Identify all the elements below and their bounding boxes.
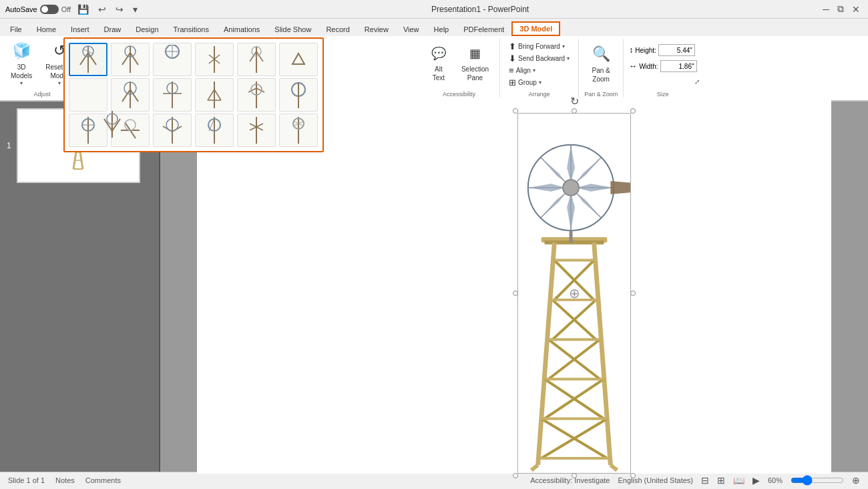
tab-3d-model[interactable]: 3D Model <box>511 21 560 36</box>
arrange-label: Arrange <box>529 90 550 98</box>
handle-mr[interactable] <box>630 291 636 296</box>
status-right: Accessibility: Investigate English (Unit… <box>530 475 860 486</box>
status-left: Slide 1 of 1 Notes Comments <box>8 476 121 484</box>
tab-transitions[interactable]: Transitions <box>166 22 216 36</box>
accessibility-label: Accessibility <box>443 90 475 98</box>
close-icon[interactable]: ✕ <box>849 3 863 16</box>
view-thumb-10[interactable] <box>237 78 276 112</box>
autosave-pill[interactable] <box>40 5 59 14</box>
tab-draw[interactable]: Draw <box>97 22 129 36</box>
tab-review[interactable]: Review <box>357 22 396 36</box>
align-button[interactable]: ≡ Align ▾ <box>505 65 573 76</box>
title-bar-left: AutoSave Off 💾 ↩ ↪ ▾ <box>5 3 140 16</box>
svg-line-26 <box>122 90 130 102</box>
bring-forward-icon: ⬆ <box>509 41 516 51</box>
tab-slide-show[interactable]: Slide Show <box>267 22 318 36</box>
view-thumb-4[interactable] <box>237 43 276 76</box>
svg-line-81 <box>538 242 555 465</box>
view-thumb-17[interactable] <box>279 114 318 147</box>
svg-line-37 <box>248 88 256 92</box>
fit-slide-icon[interactable]: ⊕ <box>852 475 860 486</box>
group-arrow: ▾ <box>539 79 541 86</box>
3d-models-button[interactable]: 🧊 3DModels ▾ <box>5 40 37 88</box>
tab-home[interactable]: Home <box>29 22 63 36</box>
view-thumb-5[interactable] <box>279 43 318 76</box>
3d-views-dropdown <box>63 37 324 152</box>
redo-icon[interactable]: ↪ <box>113 3 126 16</box>
svg-line-99 <box>531 465 538 470</box>
slide-sorter-icon[interactable]: ⊞ <box>717 475 725 486</box>
ribbon-tabs: File Home Insert Draw Design Transitions… <box>0 19 868 36</box>
slide-number: 1 <box>7 141 11 150</box>
save-icon[interactable]: 💾 <box>75 3 91 16</box>
slide-main[interactable]: ↻ ⊕ <box>197 100 831 474</box>
comments-btn[interactable]: Comments <box>85 476 121 484</box>
svg-line-33 <box>208 90 214 100</box>
reset-3d-arrow: ▾ <box>58 80 61 87</box>
group-pan-zoom: 🔍 Pan &Zoom Pan & Zoom <box>579 39 624 98</box>
send-backward-button[interactable]: ⬇ Send Backward ▾ <box>505 53 573 64</box>
restore-icon[interactable]: ⧉ <box>835 2 847 16</box>
3d-models-icon: 🧊 <box>13 41 31 61</box>
pan-zoom-button[interactable]: 🔍 Pan &Zoom <box>586 40 616 88</box>
autosave-dot <box>41 6 48 13</box>
tab-insert[interactable]: Insert <box>63 22 97 36</box>
align-arrow: ▾ <box>533 67 535 73</box>
send-backward-icon: ⬇ <box>509 53 516 63</box>
group-arrange: ⬆ Bring Forward ▾ ⬇ Send Backward ▾ ≡ Al… <box>500 39 579 98</box>
view-thumb-0[interactable] <box>69 43 107 76</box>
width-row: ↔ Width: <box>629 60 696 72</box>
send-backward-arrow: ▾ <box>567 55 570 61</box>
handle-tr[interactable] <box>630 108 636 114</box>
view-thumb-7[interactable] <box>111 78 150 112</box>
title-bar-right: ─ ⧉ ✕ <box>820 2 863 16</box>
view-thumb-15[interactable] <box>195 114 234 147</box>
undo-icon[interactable]: ↩ <box>95 3 109 16</box>
autosave-toggle[interactable]: AutoSave Off <box>5 5 71 14</box>
view-thumb-1[interactable] <box>111 43 150 76</box>
size-expand-button[interactable]: ⤢ <box>694 78 700 86</box>
move-handle[interactable]: ⊕ <box>569 285 580 301</box>
group-button[interactable]: ⊞ Group ▾ <box>505 77 573 88</box>
view-thumb-2[interactable] <box>153 43 192 76</box>
tab-file[interactable]: File <box>3 22 29 36</box>
handle-tl[interactable] <box>513 108 518 114</box>
reading-view-icon[interactable]: 📖 <box>733 475 744 486</box>
alt-text-button[interactable]: 💬 AltText <box>424 40 453 88</box>
view-thumb-3[interactable] <box>195 43 234 76</box>
alt-text-icon: 💬 <box>431 46 446 61</box>
tab-view[interactable]: View <box>396 22 427 36</box>
height-input[interactable] <box>658 44 695 56</box>
tab-design[interactable]: Design <box>128 22 166 36</box>
view-thumb-9[interactable] <box>195 78 234 112</box>
accessibility-content: 💬 AltText ▦ SelectionPane <box>424 39 494 90</box>
width-label: Width: <box>639 63 658 70</box>
notes-btn[interactable]: Notes <box>55 476 75 484</box>
tab-record[interactable]: Record <box>318 22 357 36</box>
zoom-slider[interactable] <box>791 475 844 486</box>
handle-ml[interactable] <box>513 291 518 296</box>
tab-pdfelement[interactable]: PDFelement <box>456 22 511 36</box>
windmill-3d-model[interactable]: ↻ ⊕ <box>517 113 631 474</box>
pan-zoom-content: 🔍 Pan &Zoom <box>586 39 616 90</box>
tab-help[interactable]: Help <box>427 22 457 36</box>
view-thumb-8[interactable] <box>153 78 192 112</box>
view-thumb-11[interactable] <box>279 78 318 112</box>
handle-tc[interactable] <box>572 108 577 114</box>
tab-animations[interactable]: Animations <box>216 22 267 36</box>
bring-forward-button[interactable]: ⬆ Bring Forward ▾ <box>505 41 573 52</box>
size-label: Size <box>657 90 669 98</box>
width-input[interactable] <box>660 60 697 72</box>
view-thumb-14[interactable] <box>153 114 192 147</box>
selection-pane-button[interactable]: ▦ SelectionPane <box>456 40 494 88</box>
slideshow-icon[interactable]: ▶ <box>752 475 760 486</box>
normal-view-icon[interactable]: ⊟ <box>701 475 709 486</box>
3d-models-label: 3DModels <box>11 63 32 80</box>
view-thumb-16[interactable] <box>237 114 276 147</box>
customize-icon[interactable]: ▾ <box>130 3 140 16</box>
view-thumb-6[interactable] <box>69 78 107 112</box>
width-icon: ↔ <box>629 61 637 71</box>
size-content: ↕ Height: ↔ Width: <box>629 39 696 90</box>
minimize-icon[interactable]: ─ <box>820 3 832 16</box>
pan-zoom-label: Pan &Zoom <box>592 66 610 84</box>
